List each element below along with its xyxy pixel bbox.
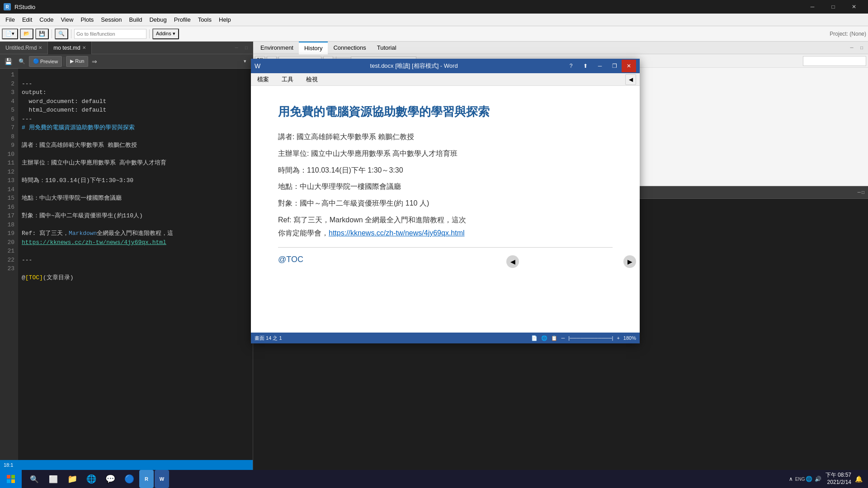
- tab-history[interactable]: History: [299, 42, 328, 54]
- notifications-btn[interactable]: 🔔: [855, 475, 863, 483]
- menu-session[interactable]: Session: [97, 15, 125, 24]
- r-rstudio-btn[interactable]: R: [139, 470, 154, 488]
- word-help-btn[interactable]: ?: [564, 60, 578, 72]
- word-btn[interactable]: W: [155, 470, 169, 488]
- zoom-out-btn[interactable]: ─: [561, 335, 565, 341]
- search-taskbar-btn[interactable]: 🔍: [25, 470, 43, 488]
- clock[interactable]: 下午 08:57 2021/2/14: [826, 472, 851, 486]
- view-print-icon[interactable]: 📄: [531, 335, 538, 341]
- menu-plots[interactable]: Plots: [77, 15, 97, 24]
- menu-tools[interactable]: Tools: [194, 15, 215, 24]
- console-minimize[interactable]: ─: [858, 190, 861, 195]
- menu-view[interactable]: View: [57, 15, 77, 24]
- editor-maximize[interactable]: □: [242, 43, 251, 52]
- collapse-btn[interactable]: ▾: [241, 56, 249, 67]
- rstudio-app-icon: R: [4, 3, 11, 10]
- word-restore-btn[interactable]: ❐: [607, 60, 622, 72]
- new-file-button[interactable]: 📄▾: [2, 28, 18, 39]
- main-toolbar: 📄▾ 📂 💾 🔍 Addins ▾ Project: (None): [0, 26, 868, 42]
- word-menu-view[interactable]: 檢視: [303, 75, 321, 84]
- close-button[interactable]: ✕: [844, 0, 864, 14]
- knit-search-btn[interactable]: 🔍: [16, 56, 28, 67]
- maximize-button[interactable]: □: [823, 0, 844, 14]
- word-close-btn[interactable]: ✕: [622, 60, 636, 72]
- start-button[interactable]: [0, 470, 22, 488]
- code-line-16: 對象：國中~高中二年級資優班學生(約110人): [22, 212, 143, 219]
- menu-profile[interactable]: Profile: [170, 15, 194, 24]
- save-editor-btn[interactable]: 💾: [2, 56, 15, 67]
- source-btn[interactable]: ⇒: [89, 56, 100, 67]
- word-minimize-btn[interactable]: ─: [593, 60, 607, 72]
- menu-debug[interactable]: Debug: [146, 15, 170, 24]
- zoom-slider[interactable]: |────────────|: [568, 335, 613, 341]
- tab-connections[interactable]: Connections: [328, 42, 371, 54]
- tab-test-md[interactable]: mo test.md ✕: [48, 42, 91, 54]
- word-menu-tools[interactable]: 工具: [279, 75, 296, 84]
- view-web-icon[interactable]: 🌐: [541, 335, 547, 341]
- env-panel-maximize[interactable]: □: [857, 43, 866, 52]
- code-line-4: html_document: default: [22, 107, 106, 113]
- code-content[interactable]: --- output: word_document: default html_…: [18, 69, 253, 460]
- task-view-btn[interactable]: ⬜: [44, 470, 62, 488]
- word-app-icon: W: [255, 62, 260, 70]
- zoom-level: 180%: [623, 335, 636, 341]
- word-location: 地點：中山大學理學院一樓國際會議廳: [278, 180, 613, 193]
- run-btn[interactable]: ▶ Run: [66, 56, 88, 67]
- code-line-2: output:: [22, 89, 47, 96]
- word-prev-page[interactable]: ◀: [625, 74, 636, 85]
- preview-btn[interactable]: 🔵 Preview: [29, 56, 62, 67]
- menu-help[interactable]: Help: [215, 15, 235, 24]
- goto-input[interactable]: [74, 29, 146, 39]
- menu-build[interactable]: Build: [126, 15, 146, 24]
- code-line-22: @[TOC](文章目录): [22, 274, 73, 281]
- minimize-button[interactable]: ─: [802, 0, 823, 14]
- word-scroll-left[interactable]: ◀: [506, 255, 519, 268]
- menu-edit[interactable]: Edit: [19, 15, 36, 24]
- addins-button[interactable]: Addins ▾: [152, 28, 179, 39]
- word-scroll-right[interactable]: ▶: [623, 255, 636, 268]
- svg-rect-2: [7, 479, 10, 483]
- word-ref: Ref: 寫了三天，Markdown 全網最全入門和進階教程，這次 你肯定能學會…: [278, 214, 613, 240]
- code-line-3: word_document: default: [22, 98, 106, 105]
- save-button[interactable]: 💾: [35, 28, 49, 39]
- word-ref-link[interactable]: https://kknews.cc/zh-tw/news/4jy69qx.htm…: [329, 229, 465, 237]
- find-button[interactable]: 🔍: [55, 28, 68, 39]
- chat-btn[interactable]: 💬: [101, 470, 119, 488]
- cursor-position: 18:1: [4, 462, 13, 468]
- word-menubar: 檔案 工具 檢視 ◀: [251, 73, 640, 86]
- tab-untitled-rmd[interactable]: Untitled.Rmd ✕: [0, 42, 48, 54]
- word-doc-title: 用免費的電腦資源協助數學的學習與探索: [278, 104, 613, 120]
- edge-btn[interactable]: 🌐: [82, 470, 100, 488]
- editor-minimize[interactable]: ─: [232, 43, 241, 52]
- volume-icon[interactable]: 🔊: [815, 475, 822, 483]
- code-line-5: ---: [22, 116, 32, 122]
- code-editor[interactable]: 12345 678910 1112131415 1617181920 21222…: [0, 69, 253, 460]
- keyboard-icon[interactable]: ENG: [797, 475, 804, 483]
- console-maximize[interactable]: □: [862, 190, 864, 195]
- svg-rect-0: [7, 475, 10, 479]
- open-button[interactable]: 📂: [20, 28, 33, 39]
- word-speaker: 講者: 國立高雄師範大學數學系 賴鵬仁教授: [278, 131, 613, 144]
- zoom-in-btn[interactable]: +: [617, 335, 619, 341]
- tab-tutorial[interactable]: Tutorial: [372, 42, 402, 54]
- up-arrow-icon[interactable]: ∧: [788, 475, 795, 483]
- view-outline-icon[interactable]: 📋: [551, 335, 557, 341]
- taskbar-right: ∧ ENG 🌐 🔊 下午 08:57 2021/2/14 🔔: [788, 472, 868, 486]
- search-env-input[interactable]: [803, 56, 866, 66]
- vscode-btn[interactable]: 🔵: [120, 470, 138, 488]
- editor-tabs: Untitled.Rmd ✕ mo test.md ✕ ─ □: [0, 42, 253, 54]
- code-line-10: 主辦單位：國立中山大學應用數學系 高中數學人才培育: [22, 160, 166, 166]
- word-ribbon-toggle[interactable]: ⬆: [578, 60, 593, 72]
- tab-environment[interactable]: Environment: [255, 42, 299, 54]
- word-title: test.docx [唯讀] [相容模式] - Word: [264, 62, 564, 70]
- word-statusbar-right: 📄 🌐 📋 ─ |────────────| + 180%: [531, 335, 636, 341]
- word-time: 時間為：110.03.14(日)下午 1:30～3:30: [278, 164, 613, 177]
- menu-file[interactable]: File: [2, 15, 19, 24]
- word-menu-file[interactable]: 檔案: [255, 75, 272, 84]
- explorer-btn[interactable]: 📁: [63, 470, 81, 488]
- menu-code[interactable]: Code: [36, 15, 57, 24]
- close-test-tab[interactable]: ✕: [82, 45, 86, 50]
- network-icon[interactable]: 🌐: [806, 475, 813, 483]
- close-untitled-tab[interactable]: ✕: [38, 45, 42, 50]
- env-panel-minimize[interactable]: ─: [847, 43, 856, 52]
